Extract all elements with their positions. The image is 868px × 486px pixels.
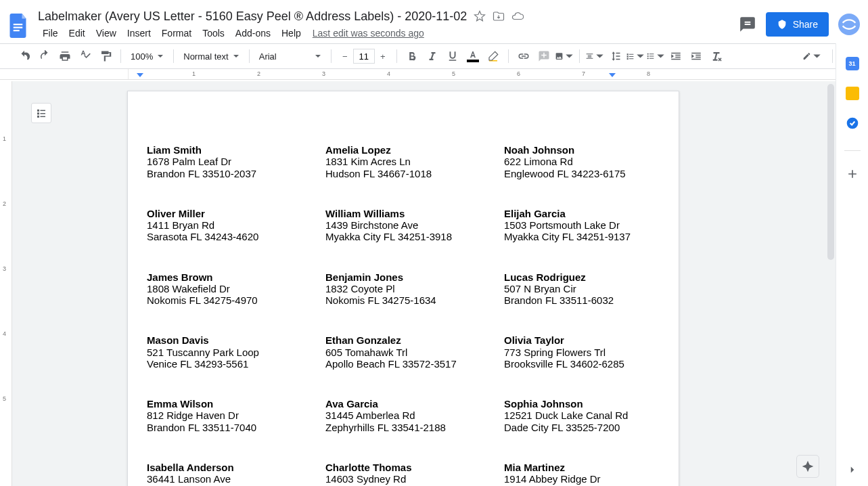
- docs-logo[interactable]: [5, 12, 32, 39]
- address-label[interactable]: Emma Wilson812 Ridge Haven DrBrandon FL …: [147, 398, 323, 433]
- address-label[interactable]: Noah Johnson622 Limona RdEnglewood FL 34…: [504, 144, 680, 179]
- ruler-mark: 8: [647, 70, 650, 77]
- collapse-side-panel-button[interactable]: [846, 463, 859, 477]
- label-city: Myakka City FL 34251-3918: [325, 231, 501, 242]
- ruler-mark: 3: [322, 70, 325, 77]
- address-label[interactable]: Benjamin Jones1832 Coyote PlNokomis FL 3…: [325, 271, 501, 307]
- address-label[interactable]: William Williams1439 Birchstone AveMyakk…: [325, 208, 501, 243]
- address-label[interactable]: Lucas Rodriguez507 N Bryan CirBrandon FL…: [504, 271, 680, 307]
- doc-title[interactable]: Labelmaker (Avery US Letter - 5160 Easy …: [38, 9, 467, 24]
- address-label[interactable]: Ethan Gonzalez605 Tomahawk TrlApollo Bea…: [325, 334, 501, 370]
- calendar-icon[interactable]: 31: [846, 57, 859, 70]
- star-icon[interactable]: [474, 10, 486, 22]
- vertical-scrollbar[interactable]: [826, 81, 836, 486]
- label-city: Myakka City FL 34251-9137: [504, 231, 680, 242]
- document-page[interactable]: Liam Smith1678 Palm Leaf DrBrandon FL 33…: [127, 91, 679, 486]
- zoom-dropdown[interactable]: 100%: [127, 47, 168, 66]
- menu-tools[interactable]: Tools: [198, 25, 229, 41]
- scrollbar-thumb[interactable]: [827, 84, 834, 260]
- explore-button[interactable]: [796, 455, 819, 478]
- svg-rect-0: [14, 24, 23, 25]
- address-label[interactable]: Sophia Johnson12521 Duck Lake Canal RdDa…: [504, 398, 680, 433]
- label-name: Elijah Garcia: [504, 208, 680, 219]
- font-size-increase[interactable]: +: [375, 48, 391, 64]
- address-label[interactable]: Olivia Taylor773 Spring Flowers TrlBrook…: [504, 334, 680, 370]
- label-city: Dade City FL 33525-7200: [504, 422, 680, 433]
- editing-mode-button[interactable]: [802, 47, 821, 66]
- insert-link-button[interactable]: [514, 47, 533, 66]
- share-button[interactable]: Share: [766, 12, 829, 37]
- text-color-button[interactable]: [463, 47, 482, 66]
- address-label[interactable]: Liam Smith1678 Palm Leaf DrBrandon FL 33…: [147, 144, 323, 179]
- clear-formatting-button[interactable]: [707, 47, 726, 66]
- menu-add-ons[interactable]: Add-ons: [231, 25, 275, 41]
- move-folder-icon[interactable]: [493, 10, 505, 22]
- vruler-mark: 1: [3, 135, 6, 142]
- label-street: 1678 Palm Leaf Dr: [147, 156, 323, 167]
- add-addon-icon[interactable]: [846, 167, 859, 181]
- address-label[interactable]: Elijah Garcia1503 Portsmouth Lake DrMyak…: [504, 208, 680, 243]
- label-city: Brandon FL 33510-2037: [147, 168, 323, 179]
- tasks-icon[interactable]: [846, 116, 859, 130]
- menu-view[interactable]: View: [91, 25, 121, 41]
- underline-button[interactable]: [443, 47, 462, 66]
- menu-file[interactable]: File: [38, 25, 63, 41]
- label-street: 1439 Birchstone Ave: [325, 219, 501, 231]
- label-city: Nokomis FL 34275-1634: [325, 294, 501, 306]
- svg-point-5: [647, 56, 648, 57]
- print-button[interactable]: [55, 47, 74, 66]
- account-avatar[interactable]: [838, 14, 860, 35]
- redo-button[interactable]: [35, 47, 54, 66]
- menu-help[interactable]: Help: [277, 25, 306, 41]
- menu-format[interactable]: Format: [157, 25, 196, 41]
- address-label[interactable]: Mason Davis521 Tuscanny Park LoopVenice …: [147, 334, 323, 370]
- highlight-button[interactable]: [484, 47, 503, 66]
- paint-format-button[interactable]: [96, 47, 115, 66]
- address-label[interactable]: Ava Garcia31445 Amberlea RdZephyrhills F…: [325, 398, 501, 433]
- keep-icon[interactable]: [846, 87, 859, 100]
- font-size-input[interactable]: [353, 49, 375, 64]
- address-label[interactable]: Mia Martinez1914 Abbey Ridge Dr: [504, 462, 680, 485]
- align-button[interactable]: [585, 47, 604, 66]
- address-label[interactable]: Oliver Miller1411 Bryan RdSarasota FL 34…: [147, 208, 323, 243]
- label-city: Zephyrhills FL 33541-2188: [325, 422, 501, 433]
- menu-insert[interactable]: Insert: [122, 25, 156, 41]
- paragraph-style-dropdown[interactable]: Normal text: [179, 47, 243, 66]
- document-outline-button[interactable]: [31, 103, 51, 123]
- indent-button[interactable]: [687, 47, 706, 66]
- insert-image-button[interactable]: [555, 47, 574, 66]
- bulleted-list-button[interactable]: [646, 47, 665, 66]
- side-panel: 31: [836, 43, 868, 486]
- spellcheck-button[interactable]: [76, 47, 95, 66]
- address-label[interactable]: James Brown1808 Wakefield DrNokomis FL 3…: [147, 271, 323, 307]
- label-city: Brandon FL 33511-6032: [504, 294, 680, 306]
- address-label[interactable]: Amelia Lopez1831 Kim Acres LnHudson FL 3…: [325, 144, 501, 179]
- label-name: Isabella Anderson: [147, 462, 323, 473]
- label-name: Noah Johnson: [504, 144, 680, 156]
- label-name: Lucas Rodriguez: [504, 271, 680, 283]
- insert-comment-button[interactable]: [534, 47, 553, 66]
- comments-icon[interactable]: [739, 16, 756, 33]
- address-label[interactable]: Charlotte Thomas14603 Sydney Rd: [325, 462, 501, 485]
- font-size-decrease[interactable]: −: [337, 48, 353, 64]
- cloud-saved-icon[interactable]: [511, 10, 524, 22]
- label-street: 1831 Kim Acres Ln: [325, 156, 501, 167]
- bold-button[interactable]: [403, 47, 421, 66]
- checklist-button[interactable]: [626, 47, 645, 66]
- label-street: 605 Tomahawk Trl: [325, 347, 501, 358]
- ruler-mark: 6: [517, 70, 520, 77]
- menu-edit[interactable]: Edit: [64, 25, 90, 41]
- font-dropdown[interactable]: Arial: [255, 47, 325, 66]
- address-label[interactable]: Isabella Anderson36441 Lanson Ave: [147, 462, 323, 485]
- label-name: Emma Wilson: [147, 398, 323, 410]
- label-name: Amelia Lopez: [325, 144, 501, 156]
- italic-button[interactable]: [423, 47, 442, 66]
- vertical-ruler[interactable]: 12345: [0, 81, 12, 486]
- vruler-mark: 4: [3, 330, 6, 337]
- last-edit-link[interactable]: Last edit was seconds ago: [313, 28, 424, 39]
- zoom-value: 100%: [131, 51, 153, 62]
- horizontal-ruler[interactable]: 12345678: [0, 69, 868, 80]
- line-spacing-button[interactable]: [606, 47, 624, 66]
- outdent-button[interactable]: [666, 47, 685, 66]
- undo-button[interactable]: [15, 47, 34, 66]
